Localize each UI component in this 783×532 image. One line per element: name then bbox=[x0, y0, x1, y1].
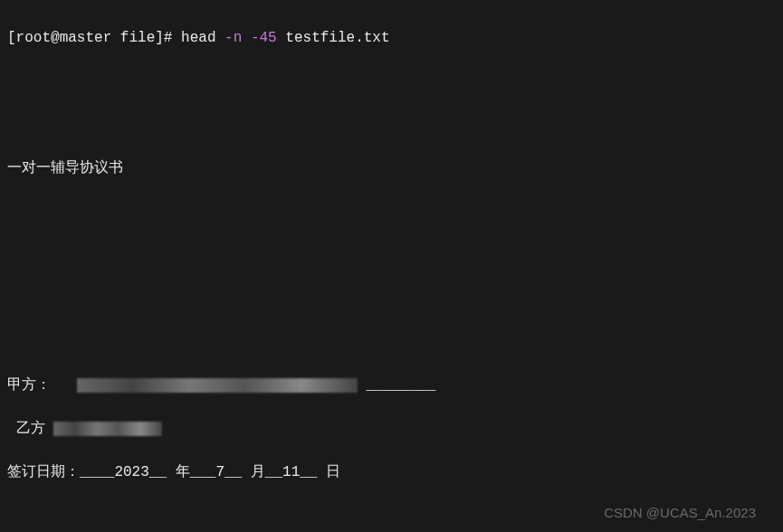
prompt-at: @ bbox=[51, 30, 60, 46]
blank-line bbox=[7, 201, 776, 223]
watermark: CSDN @UCAS_An.2023 bbox=[604, 503, 756, 524]
jiafang-line: 甲方： ________ bbox=[7, 375, 776, 396]
date-day: __11__ bbox=[265, 464, 318, 480]
command-name: head bbox=[181, 30, 215, 46]
prompt-close-bracket: ] bbox=[155, 30, 164, 46]
redacted-content bbox=[53, 422, 162, 436]
blank-line bbox=[7, 331, 776, 353]
date-month: ___7__ bbox=[190, 464, 243, 480]
doc-title: 一对一辅导协议书 bbox=[7, 157, 776, 179]
yifang-label: 乙方 bbox=[7, 421, 53, 437]
terminal-output: [root@master file]# head -n -45 testfile… bbox=[7, 5, 776, 532]
yifang-line: 乙方 bbox=[7, 418, 776, 440]
prompt-dir: file bbox=[120, 30, 155, 46]
date-month-unit: 月 bbox=[251, 464, 265, 480]
jiafang-label: 甲方： bbox=[7, 377, 51, 394]
prompt-user: root bbox=[16, 30, 51, 46]
blank-line bbox=[7, 244, 776, 266]
date-year-unit: 年 bbox=[176, 464, 190, 480]
date-year: ____2023__ bbox=[80, 464, 167, 480]
blank-line bbox=[7, 71, 776, 92]
prompt-host: master bbox=[60, 30, 112, 46]
command-line: [root@master file]# head -n -45 testfile… bbox=[7, 27, 776, 49]
date-line: 签订日期：____2023__ 年___7__ 月__11__ 日 bbox=[7, 461, 776, 483]
command-option-n: -n bbox=[224, 30, 242, 46]
date-day-unit: 日 bbox=[317, 464, 340, 480]
blank-line bbox=[7, 114, 776, 136]
command-option-value: -45 bbox=[251, 30, 277, 46]
command-arg-file: testfile.txt bbox=[285, 30, 389, 46]
jiafang-suffix: ________ bbox=[366, 377, 435, 394]
prompt-symbol: # bbox=[164, 30, 173, 46]
redacted-content bbox=[77, 378, 358, 393]
date-label: 签订日期： bbox=[7, 464, 80, 480]
blank-line bbox=[7, 288, 776, 309]
prompt-open-bracket: [ bbox=[7, 30, 16, 46]
